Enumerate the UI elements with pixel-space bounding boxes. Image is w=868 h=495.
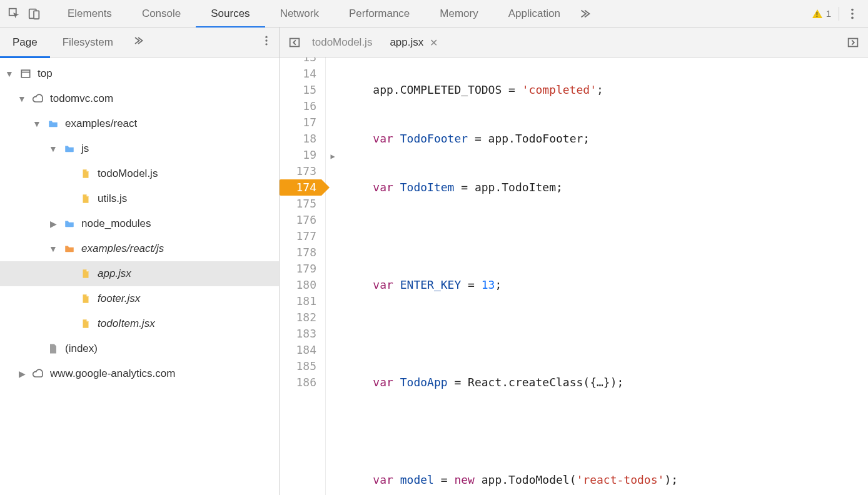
- tree-label: top: [38, 68, 53, 80]
- code-content[interactable]: app.COMPLETED_TODOS = 'completed'; var T…: [340, 58, 732, 495]
- tree-file-footer-jsx[interactable]: footer.jsx: [0, 286, 279, 311]
- fold-cell: [326, 58, 340, 66]
- tree-file-utils-js[interactable]: utils.js: [0, 186, 279, 211]
- close-icon[interactable]: ✕: [430, 37, 438, 49]
- line-number[interactable]: 180: [280, 277, 321, 293]
- debugger-toggle-icon[interactable]: [844, 34, 862, 51]
- line-number[interactable]: 18: [280, 131, 321, 147]
- tree-folder-examples-react-js[interactable]: examples/react/js: [0, 236, 279, 261]
- tree-label: www.google-analytics.com: [50, 368, 175, 380]
- separator: [839, 7, 839, 21]
- line-number[interactable]: 15: [280, 82, 321, 98]
- line-number[interactable]: 176: [280, 212, 321, 228]
- tab-application[interactable]: Application: [493, 0, 575, 28]
- line-number[interactable]: 179: [280, 261, 321, 277]
- editor-tab-todomodel[interactable]: todoModel.js: [312, 28, 372, 58]
- fold-cell: [326, 358, 340, 374]
- line-number[interactable]: 183: [280, 326, 321, 342]
- line-number[interactable]: 184: [280, 342, 321, 358]
- file-icon: [79, 267, 93, 281]
- line-number[interactable]: 19: [280, 147, 321, 163]
- folder-icon: [63, 242, 76, 256]
- tree-label: examples/react/js: [81, 242, 164, 255]
- tree-label: utils.js: [98, 192, 127, 205]
- tab-memory[interactable]: Memory: [425, 0, 493, 28]
- line-number[interactable]: 174: [280, 179, 321, 196]
- devtools-menu-icon[interactable]: [843, 4, 862, 23]
- navigator-tabs-overflow-icon[interactable]: [132, 34, 144, 50]
- devtools-top-toolbar: Elements Console Sources Network Perform…: [0, 0, 868, 28]
- warnings-badge[interactable]: 1: [809, 8, 835, 19]
- line-number[interactable]: 14: [280, 66, 321, 82]
- fold-gutter[interactable]: [326, 58, 340, 495]
- tab-network[interactable]: Network: [265, 0, 334, 28]
- tab-sources[interactable]: Sources: [196, 0, 265, 28]
- fold-cell: [326, 374, 340, 391]
- tree-folder-js[interactable]: js: [0, 136, 279, 161]
- editor-tab-label: todoModel.js: [312, 36, 372, 49]
- cloud-icon: [31, 367, 45, 381]
- document-icon: [46, 342, 60, 356]
- tabs-overflow-icon[interactable]: [575, 4, 594, 23]
- line-number[interactable]: 173: [280, 163, 321, 179]
- tree-domain-google-analytics[interactable]: www.google-analytics.com: [0, 361, 279, 386]
- fold-cell: [326, 326, 340, 342]
- tree-folder-examples-react[interactable]: examples/react: [0, 111, 279, 136]
- tree-folder-node-modules[interactable]: node_modules: [0, 211, 279, 236]
- navigator-menu-icon[interactable]: [260, 34, 273, 51]
- line-number-gutter[interactable]: 1314151617181917317417517617717817918018…: [280, 58, 326, 495]
- tree-domain-todomvc[interactable]: todomvc.com: [0, 86, 279, 111]
- editor-file-tabs: todoModel.js app.jsx ✕: [312, 28, 438, 57]
- fold-cell: [326, 114, 340, 131]
- fold-cell: [326, 131, 340, 147]
- line-number[interactable]: 16: [280, 98, 321, 114]
- tree-file-index[interactable]: (index): [0, 336, 279, 361]
- fold-cell: [326, 277, 340, 293]
- fold-cell: [326, 196, 340, 212]
- fold-cell: [326, 163, 340, 179]
- line-number[interactable]: 182: [280, 309, 321, 326]
- navigator-tab-filesystem[interactable]: Filesystem: [50, 28, 126, 58]
- frame-icon: [19, 67, 33, 81]
- fold-cell: [326, 228, 340, 244]
- tree-frame-top[interactable]: top: [0, 61, 279, 86]
- tree-label: app.jsx: [98, 268, 131, 280]
- line-number[interactable]: 181: [280, 293, 321, 309]
- tree-label: footer.jsx: [98, 292, 140, 305]
- tree-label: todoItem.jsx: [98, 318, 155, 330]
- tab-elements[interactable]: Elements: [53, 0, 127, 28]
- tab-performance[interactable]: Performance: [334, 0, 425, 28]
- warning-icon: [812, 9, 822, 18]
- device-toggle-icon[interactable]: [25, 4, 44, 23]
- fold-cell: [326, 309, 340, 326]
- line-number[interactable]: 175: [280, 196, 321, 212]
- tree-label: (index): [65, 342, 98, 355]
- warnings-count: 1: [826, 8, 831, 19]
- navigator-toggle-icon[interactable]: [286, 34, 303, 51]
- line-number[interactable]: 186: [280, 374, 321, 391]
- file-icon: [79, 317, 93, 331]
- tree-file-todoitem-jsx[interactable]: todoItem.jsx: [0, 311, 279, 336]
- tree-file-app-jsx[interactable]: app.jsx: [0, 261, 279, 286]
- line-number[interactable]: 178: [280, 244, 321, 261]
- navigator-tab-page[interactable]: Page: [0, 28, 50, 58]
- line-number[interactable]: 185: [280, 358, 321, 374]
- line-number[interactable]: 17: [280, 114, 321, 131]
- fold-cell: [326, 342, 340, 358]
- tree-label: node_modules: [81, 218, 151, 230]
- line-number[interactable]: 13: [280, 58, 321, 66]
- fold-cell: [326, 98, 340, 114]
- tree-label: todomvc.com: [50, 92, 113, 105]
- fold-cell: [326, 212, 340, 228]
- tree-label: todoModel.js: [98, 168, 158, 180]
- fold-toggle-icon[interactable]: [326, 147, 340, 163]
- sources-navigator: Page Filesystem top todomvc.com examples…: [0, 28, 280, 495]
- fold-cell: [326, 293, 340, 309]
- tree-file-todomodel-js[interactable]: todoModel.js: [0, 161, 279, 186]
- line-number[interactable]: 177: [280, 228, 321, 244]
- inspect-icon[interactable]: [5, 4, 24, 23]
- tree-label: examples/react: [65, 118, 137, 130]
- fold-cell: [326, 244, 340, 261]
- editor-tab-app-jsx[interactable]: app.jsx ✕: [390, 28, 438, 58]
- tab-console[interactable]: Console: [127, 0, 196, 28]
